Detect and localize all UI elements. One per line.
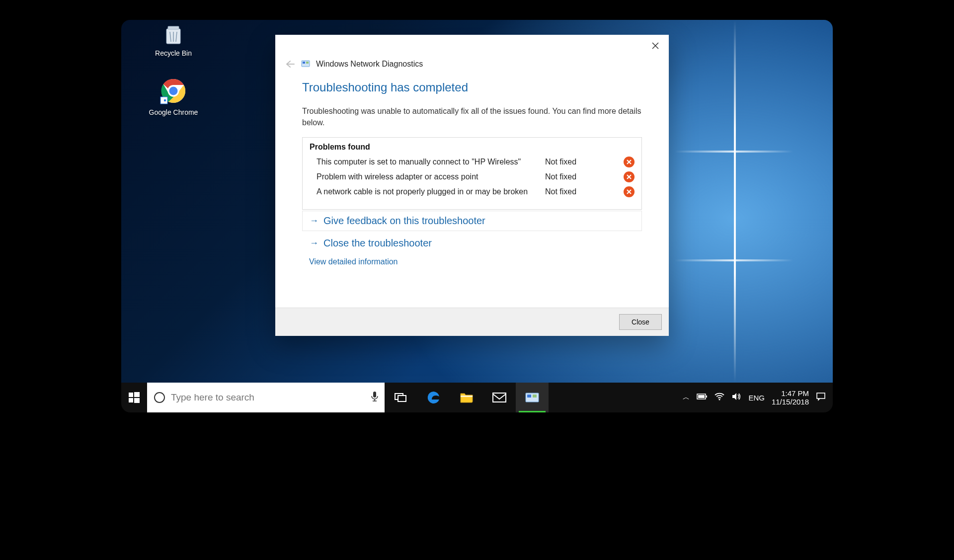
dialog-heading: Troubleshooting has completed: [302, 80, 642, 94]
windows-logo-icon: [129, 392, 140, 403]
svg-rect-1: [168, 26, 179, 29]
svg-rect-20: [533, 395, 537, 398]
arrow-right-icon: →: [310, 238, 318, 248]
tray-overflow-icon[interactable]: ︿: [683, 393, 690, 402]
dialog-actions: → Give feedback on this troubleshooter →…: [302, 211, 642, 270]
problems-panel: Problems found This computer is set to m…: [302, 137, 642, 210]
dialog-footer: Close: [275, 308, 669, 336]
svg-rect-10: [134, 392, 140, 397]
clock-date: 11/15/2018: [772, 398, 809, 406]
wifi-icon[interactable]: [715, 393, 724, 402]
svg-rect-19: [527, 395, 531, 398]
problem-row[interactable]: A network cable is not properly plugged …: [310, 184, 635, 199]
svg-rect-16: [461, 396, 473, 397]
error-icon: [624, 171, 635, 182]
dialog-close-button[interactable]: [647, 39, 664, 53]
taskbar-pinned: [385, 383, 549, 412]
svg-rect-25: [817, 393, 825, 399]
desktop-icon-label: Recycle Bin: [155, 49, 192, 57]
cortana-circle-icon: [154, 392, 165, 403]
troubleshooter-taskbar-icon: [525, 392, 540, 403]
close-button[interactable]: Close: [619, 314, 662, 330]
link-label: Close the troubleshooter: [323, 238, 432, 249]
mail-icon: [492, 392, 507, 403]
taskbar-edge[interactable]: [417, 383, 450, 412]
start-button[interactable]: [121, 383, 147, 412]
edge-icon: [426, 390, 441, 405]
error-icon: [624, 157, 635, 167]
action-center-icon[interactable]: [816, 392, 826, 403]
svg-rect-9: [129, 393, 133, 397]
system-tray: ︿ ENG 1:47 PM 11/15/2018: [676, 383, 833, 412]
desktop-icon-label: Google Chrome: [149, 108, 198, 116]
troubleshooter-icon: [301, 60, 310, 69]
problem-desc: Problem with wireless adapter or access …: [310, 172, 536, 181]
task-view-button[interactable]: [385, 383, 417, 412]
arrow-right-icon: →: [310, 216, 318, 226]
problem-status: Not fixed: [545, 158, 615, 166]
desktop-icon-google-chrome[interactable]: Google Chrome: [139, 74, 208, 118]
svg-rect-8: [306, 62, 309, 64]
microphone-icon[interactable]: [371, 391, 379, 404]
svg-rect-23: [706, 396, 707, 398]
network-diagnostics-dialog: Windows Network Diagnostics Troubleshoot…: [275, 35, 669, 336]
error-icon: [624, 186, 635, 197]
back-arrow-icon[interactable]: [285, 61, 295, 68]
svg-rect-12: [134, 398, 140, 403]
task-view-icon: [395, 392, 407, 403]
desktop-icon-recycle-bin[interactable]: Recycle Bin: [139, 20, 208, 59]
close-ts-link-row[interactable]: → Close the troubleshooter: [302, 233, 642, 253]
svg-rect-11: [129, 398, 133, 402]
taskbar-search[interactable]: [147, 383, 385, 412]
taskbar-troubleshooter[interactable]: [516, 383, 549, 412]
link-label: Give feedback on this troubleshooter: [323, 215, 485, 227]
view-detailed-info-link[interactable]: View detailed information: [309, 257, 398, 266]
svg-point-24: [719, 399, 720, 400]
language-indicator[interactable]: ENG: [748, 394, 765, 402]
clock-time: 1:47 PM: [781, 389, 809, 398]
svg-rect-22: [698, 395, 705, 398]
recycle-bin-icon: [139, 23, 208, 47]
svg-rect-7: [303, 62, 305, 64]
file-explorer-icon: [460, 392, 474, 403]
dialog-body: Troubleshooting has completed Troublesho…: [275, 69, 669, 308]
screenshot-stage: Recycle Bin Google Chrome: [121, 20, 833, 412]
give-feedback-link[interactable]: → Give feedback on this troubleshooter: [310, 215, 635, 227]
desktop-icons: Recycle Bin Google Chrome: [139, 20, 208, 118]
svg-rect-17: [493, 393, 506, 402]
feedback-link-row[interactable]: → Give feedback on this troubleshooter: [302, 211, 642, 231]
problem-row[interactable]: This computer is set to manually connect…: [310, 155, 635, 169]
taskbar: ︿ ENG 1:47 PM 11/15/2018: [121, 383, 833, 412]
desktop[interactable]: Recycle Bin Google Chrome: [121, 20, 833, 383]
problems-header: Problems found: [310, 143, 635, 152]
search-input[interactable]: [171, 383, 365, 412]
svg-rect-13: [373, 392, 376, 398]
problem-desc: This computer is set to manually connect…: [310, 158, 536, 166]
problem-status: Not fixed: [545, 187, 615, 196]
dialog-header: Windows Network Diagnostics: [275, 35, 669, 69]
clock[interactable]: 1:47 PM 11/15/2018: [772, 389, 809, 406]
close-troubleshooter-link[interactable]: → Close the troubleshooter: [310, 238, 635, 249]
dialog-lead: Troubleshooting was unable to automatica…: [302, 105, 642, 128]
problem-desc: A network cable is not properly plugged …: [310, 187, 536, 196]
taskbar-mail[interactable]: [483, 383, 516, 412]
problem-status: Not fixed: [545, 172, 615, 181]
battery-icon[interactable]: [697, 393, 708, 402]
svg-rect-15: [398, 396, 406, 401]
wallpaper-light-beam: [734, 20, 736, 383]
problem-row[interactable]: Problem with wireless adapter or access …: [310, 169, 635, 184]
volume-icon[interactable]: [731, 393, 741, 402]
chrome-icon: [139, 77, 208, 106]
detailed-info-row: View detailed information: [302, 253, 642, 270]
taskbar-file-explorer[interactable]: [450, 383, 483, 412]
dialog-title: Windows Network Diagnostics: [316, 60, 423, 69]
